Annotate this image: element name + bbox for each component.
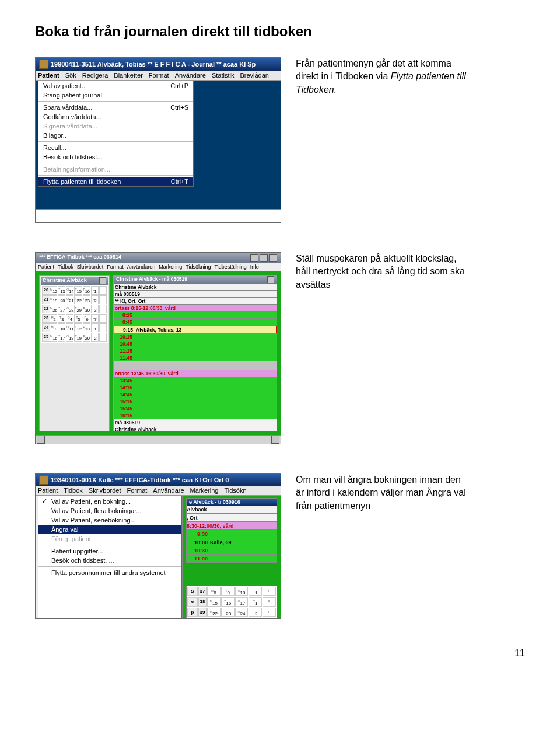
time-slot[interactable]: 8:15: [114, 312, 276, 319]
menu-patient[interactable]: Patient: [38, 72, 60, 79]
menu-tidbok[interactable]: Tidbok: [58, 264, 74, 270]
time-slot[interactable]: 9:30: [187, 530, 276, 538]
menu-item[interactable]: Flytta patienten till tidbokenCtrl+T: [38, 177, 193, 186]
menu-markering[interactable]: Markering: [190, 487, 219, 494]
menu-användare[interactable]: Användare: [175, 72, 206, 79]
block-header: ortass 13:45-16:30/30, vård: [114, 370, 276, 377]
menu-markering[interactable]: Markering: [159, 264, 182, 270]
window-title: 19900411-3511 Alvbäck, Tobias ** E F F I…: [51, 61, 256, 68]
menu-format[interactable]: Format: [149, 72, 169, 79]
horizontal-scrollbar[interactable]: [36, 435, 281, 444]
schedule-info-line: må 030519: [114, 291, 276, 298]
menu-item: Signera vårddata...: [38, 121, 193, 131]
patient-dropdown[interactable]: Val av patient...Ctrl+PStäng patient jou…: [38, 81, 194, 187]
time-slot[interactable]: 10:45: [114, 340, 276, 347]
app-icon: [39, 60, 48, 69]
time-slot[interactable]: 15:45: [114, 405, 276, 412]
screenshot-undo-menu: 19340101-001X Kalle *** EFFICA-Tidbok **…: [35, 473, 281, 619]
time-slot[interactable]: 14:15: [114, 384, 276, 391]
menu-format[interactable]: Format: [107, 264, 124, 270]
menu-patient[interactable]: Patient: [38, 487, 58, 494]
page-number: 11: [35, 648, 525, 659]
time-slot[interactable]: 8:45: [114, 319, 276, 326]
menu-item[interactable]: Godkänn vårddata...: [38, 112, 193, 121]
menu-item[interactable]: Besök och tidsbest. ...: [38, 556, 181, 565]
screenshot-tidbok-schedule: *** EFFICA-Tidbok *** caa 030514 Patient…: [35, 252, 281, 444]
window-titlebar: 19900411-3511 Alvbäck, Tobias ** E F F I…: [36, 58, 281, 71]
menu-format[interactable]: Format: [127, 487, 148, 494]
menu-tidsökn[interactable]: Tidsökn: [224, 487, 246, 494]
window-controls[interactable]: [250, 254, 277, 262]
menu-tidbeställning[interactable]: Tidbeställning: [215, 264, 247, 270]
menu-item[interactable]: Val av Patient, seriebokning...: [38, 515, 181, 525]
menu-sök[interactable]: Sök: [65, 72, 76, 79]
content-area-blank: [36, 209, 281, 222]
menu-användaren[interactable]: Användaren: [127, 264, 156, 270]
menu-item: Betalningsinformation...: [38, 165, 193, 174]
day-sheet[interactable]: e Alvbäck - ti 030916 Alvbäck , Ort 8:30…: [186, 498, 277, 563]
schedule-info-line: Christine Alvbäck: [114, 284, 276, 291]
time-slot[interactable]: 14:45: [114, 391, 276, 398]
menu-item[interactable]: Besök och tidsbest...: [38, 152, 193, 162]
close-icon[interactable]: [267, 276, 274, 283]
screenshot-patient-menu: 19900411-3511 Alvbäck, Tobias ** E F F I…: [35, 57, 281, 223]
menubar[interactable]: PatientSökRedigeraBlanketterFormatAnvänd…: [36, 71, 281, 81]
block-header: ortass 8:15-12:00/30, vård: [114, 305, 276, 312]
time-slot[interactable]: 10:00Kalle, 69: [187, 538, 276, 546]
scroll-right-icon[interactable]: [271, 436, 279, 444]
schedule-header: Christine Alvbäck - må 030519: [116, 276, 187, 283]
menu-tidbok[interactable]: Tidbok: [64, 487, 83, 494]
menu-item[interactable]: Val av Patient, flera bokningar...: [38, 506, 181, 515]
time-slot[interactable]: 11:00: [187, 555, 276, 563]
menu-skrivbordet[interactable]: Skrivbordet: [77, 264, 104, 270]
menu-redigera[interactable]: Redigera: [82, 72, 108, 79]
calendar-grid[interactable]: 20M12T13O14T15F16L121M19T20O21T22F23L222…: [41, 285, 108, 343]
caption-3: Om man vill ångra bokningen innan den är…: [296, 473, 471, 513]
menu-item[interactable]: Spara vårddata...Ctrl+S: [38, 103, 193, 112]
app-icon: [39, 475, 48, 485]
window-title: *** EFFICA-Tidbok *** caa 030514: [39, 254, 121, 262]
caption-2: Ställ muspekaren på aktuellt klockslag, …: [296, 252, 471, 291]
window-titlebar: 19340101-001X Kalle *** EFFICA-Tidbok **…: [36, 474, 281, 486]
schedule-area: e Alvbäck - ti 030916 Alvbäck , Ort 8:30…: [182, 496, 281, 618]
menubar[interactable]: PatientTidbokSkrivbordetFormatAnvändaren…: [36, 263, 281, 271]
calendar-owner: Christine Alvbäck: [43, 277, 87, 284]
menu-blanketter[interactable]: Blanketter: [114, 72, 143, 79]
menu-info[interactable]: Info: [250, 264, 259, 270]
menu-tidsökning[interactable]: Tidsökning: [186, 264, 211, 270]
menu-statistik[interactable]: Statistik: [212, 72, 235, 79]
scroll-left-icon[interactable]: [37, 436, 45, 444]
menu-item[interactable]: Recall...: [38, 143, 193, 152]
menu-item[interactable]: ✓Val av Patient, en bokning...: [38, 496, 181, 506]
sheet-header: e Alvbäck - ti 030916: [187, 499, 276, 506]
page-heading: Boka tid från journalen direkt till tidb…: [35, 23, 525, 40]
menu-användare[interactable]: Användare: [153, 487, 184, 494]
menu-brevlådan[interactable]: Brevlådan: [240, 72, 269, 79]
menubar[interactable]: PatientTidbokSkrivbordetFormatAnvändareM…: [36, 486, 281, 496]
window-title: 19340101-001X Kalle *** EFFICA-Tidbok **…: [51, 476, 229, 483]
time-slot[interactable]: 10:15: [114, 333, 276, 340]
schedule-info-line: ** KI, Ort, Ort: [114, 298, 276, 305]
time-slot[interactable]: 9:15Alvbäck, Tobias, 13: [114, 326, 276, 333]
schedule-panel[interactable]: Christine Alvbäck - må 030519 Christine …: [113, 275, 277, 431]
menu-item: Föreg. patient: [38, 534, 181, 544]
menu-item[interactable]: Flytta personnummer till andra systemet: [38, 568, 181, 577]
mini-calendar-panel[interactable]: Christine Alvbäck 20M12T13O14T15F16L121M…: [39, 275, 110, 431]
menu-patient[interactable]: Patient: [38, 264, 54, 270]
time-slot[interactable]: 11:15: [114, 347, 276, 354]
time-slot[interactable]: 11:45: [114, 354, 276, 361]
patient-dropdown[interactable]: ✓Val av Patient, en bokning...Val av Pat…: [38, 496, 182, 618]
menu-item[interactable]: Val av patient...Ctrl+P: [38, 81, 193, 90]
time-slot[interactable]: 16:15: [114, 412, 276, 419]
menu-item[interactable]: Patient uppgifter...: [38, 546, 181, 556]
window-titlebar: *** EFFICA-Tidbok *** caa 030514: [36, 253, 281, 263]
time-slot[interactable]: 10:30: [187, 546, 276, 555]
time-slot[interactable]: 15:15: [114, 398, 276, 405]
menu-skrivbordet[interactable]: Skrivbordet: [89, 487, 121, 494]
menu-item[interactable]: Bilagor..: [38, 131, 193, 140]
menu-item[interactable]: Ångra val: [38, 525, 181, 534]
time-slot[interactable]: 13:45: [114, 377, 276, 384]
menu-item[interactable]: Stäng patient journal: [38, 90, 193, 100]
close-icon[interactable]: [99, 277, 106, 284]
week-calendar-strip[interactable]: S37M8T9O10T1Fe38M15T16O17T1Fp39M22T23O24…: [186, 586, 277, 618]
